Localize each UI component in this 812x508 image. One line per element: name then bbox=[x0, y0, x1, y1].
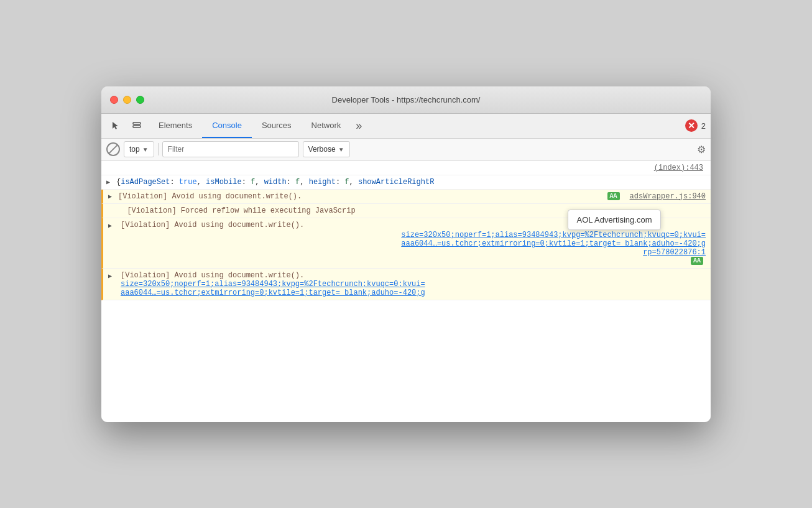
tab-sources[interactable]: Sources bbox=[252, 114, 302, 138]
error-badge-area: ✕ 2 bbox=[685, 119, 706, 132]
context-select-arrow: ▼ bbox=[142, 146, 149, 153]
console-row-text: {isAdPageSet: true, isMobile: f, width: … bbox=[116, 178, 706, 187]
devtools-tabs: Elements Console Sources Network » bbox=[149, 114, 683, 138]
traffic-lights bbox=[110, 96, 144, 104]
ad-link-4[interactable]: aaa6044…=us.tchcr;extmirroring=0;kvtile=… bbox=[121, 289, 706, 297]
layers-tool-button[interactable] bbox=[127, 116, 146, 135]
aa-badge-container: AA AOL Advertising.com bbox=[605, 192, 622, 201]
close-button[interactable] bbox=[110, 96, 118, 104]
aa-badge-2[interactable]: AA bbox=[691, 257, 703, 265]
block-icon[interactable] bbox=[106, 142, 120, 156]
verbose-select-arrow: ▼ bbox=[338, 146, 344, 153]
verbose-select[interactable]: Verbose ▼ bbox=[303, 141, 350, 157]
error-count: 2 bbox=[701, 121, 706, 131]
svg-rect-1 bbox=[133, 126, 141, 127]
console-row-index: (index):443 bbox=[101, 161, 711, 175]
ad-link-3[interactable]: size=320x50;noperf=1;alias=93484943;kvpg… bbox=[121, 280, 706, 289]
filter-input[interactable] bbox=[162, 141, 299, 157]
cursor-tool-button[interactable] bbox=[106, 116, 125, 135]
tooltip-box: AOL Advertising.com bbox=[568, 210, 662, 230]
console-toolbar: top ▼ Verbose ▼ ⚙ bbox=[101, 139, 711, 161]
console-row-object: ▶ {isAdPageSet: true, isMobile: f, width… bbox=[101, 175, 711, 190]
expand-arrow-3[interactable]: ▶ bbox=[108, 272, 112, 280]
layers-icon bbox=[132, 121, 142, 131]
devtools-toolbar: Elements Console Sources Network » ✕ 2 bbox=[101, 114, 711, 139]
source-link-1[interactable]: adsWrapper.js:940 bbox=[625, 192, 706, 201]
rp-link[interactable]: rp=578022876:1 bbox=[643, 248, 706, 257]
tab-network[interactable]: Network bbox=[302, 114, 351, 138]
console-content: (index):443 ▶ {isAdPageSet: true, isMobi… bbox=[101, 161, 711, 422]
more-tabs-button[interactable]: » bbox=[351, 114, 367, 138]
devtools-window: Developer Tools - https://techcrunch.com… bbox=[101, 86, 711, 422]
ad-link-2[interactable]: aaa6044…=us.tchcr;extmirroring=0;kvtile=… bbox=[401, 239, 706, 248]
console-row-violation-3: ▶ [Violation] Avoid using document.write… bbox=[101, 269, 711, 300]
violation-row: [Violation] Avoid using document.write()… bbox=[118, 192, 706, 201]
settings-icon[interactable]: ⚙ bbox=[697, 144, 706, 155]
violation-text-2: [Violation] Avoid using document.write()… bbox=[121, 221, 304, 229]
expand-arrow-2[interactable]: ▶ bbox=[108, 222, 112, 229]
aa-badge-1[interactable]: AA bbox=[607, 192, 620, 200]
ad-link-1[interactable]: size=320x50;noperf=1;alias=93484943;kvpg… bbox=[401, 231, 706, 239]
maximize-button[interactable] bbox=[136, 96, 144, 104]
expand-arrow[interactable]: ▶ bbox=[106, 178, 110, 186]
violation-text: [Violation] Avoid using document.write()… bbox=[118, 192, 605, 201]
tab-console[interactable]: Console bbox=[202, 114, 252, 138]
minimize-button[interactable] bbox=[123, 96, 131, 104]
violation-text-3: [Violation] Avoid using document.write()… bbox=[121, 271, 304, 280]
error-close-icon[interactable]: ✕ bbox=[685, 119, 698, 132]
title-bar: Developer Tools - https://techcrunch.com… bbox=[101, 86, 711, 114]
tab-elements[interactable]: Elements bbox=[149, 114, 202, 138]
cursor-icon bbox=[111, 121, 121, 131]
window-title: Developer Tools - https://techcrunch.com… bbox=[332, 95, 481, 104]
svg-rect-0 bbox=[133, 122, 141, 124]
expand-arrow[interactable]: ▶ bbox=[108, 193, 112, 200]
cursor-indicator bbox=[696, 221, 706, 231]
toolbar-divider bbox=[158, 143, 159, 155]
index-link[interactable]: (index):443 bbox=[654, 164, 703, 172]
violation-right: AA AOL Advertising.com adsWrapper.js:940 bbox=[605, 192, 706, 201]
console-row-violation-1: ▶ [Violation] Avoid using document.write… bbox=[101, 190, 711, 204]
context-select[interactable]: top ▼ bbox=[124, 141, 154, 157]
